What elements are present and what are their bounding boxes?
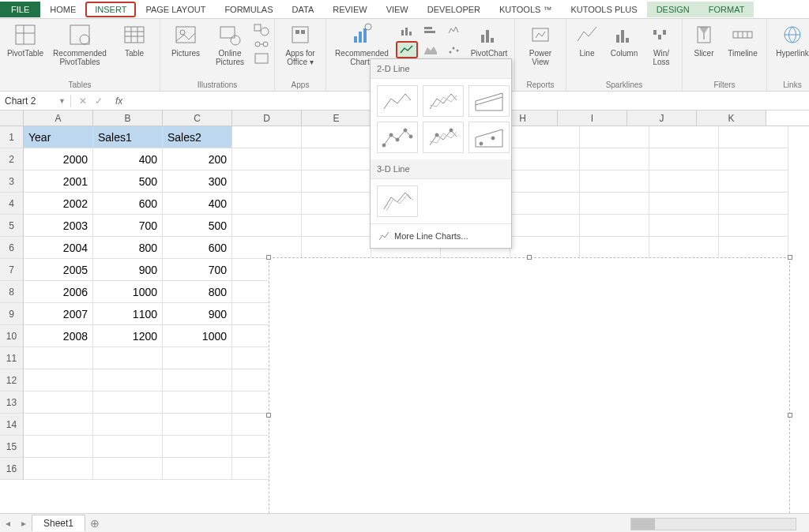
cell[interactable] (510, 126, 580, 148)
cell[interactable]: 1000 (163, 325, 232, 347)
col-header-c[interactable]: C (163, 111, 232, 126)
line-chart-option-3[interactable] (468, 85, 510, 117)
cell[interactable] (24, 414, 93, 436)
cell[interactable]: Sales2 (163, 126, 232, 148)
row-header[interactable]: 14 (0, 414, 24, 436)
cell[interactable]: 1100 (93, 303, 163, 325)
cell[interactable] (163, 436, 232, 458)
col-header-d[interactable]: D (232, 111, 302, 126)
sheet-tab-1[interactable]: Sheet1 (32, 515, 85, 531)
cell[interactable] (719, 193, 788, 215)
row-header[interactable]: 8 (0, 281, 24, 303)
cell[interactable] (510, 170, 580, 193)
row-header[interactable]: 1 (0, 126, 24, 148)
recommended-pivot-button[interactable]: Recommended PivotTables (49, 22, 111, 66)
cell[interactable] (24, 369, 93, 392)
cell[interactable]: 2008 (24, 325, 93, 347)
sparkline-column-button[interactable]: Column (606, 22, 642, 66)
cell[interactable]: 2006 (24, 281, 93, 303)
cell[interactable] (649, 237, 719, 259)
cell[interactable] (649, 215, 719, 237)
cell[interactable] (580, 126, 649, 148)
cell[interactable]: 900 (163, 303, 232, 325)
tab-review[interactable]: REVIEW (323, 2, 376, 17)
shapes-stack[interactable] (254, 22, 269, 66)
cell[interactable] (93, 369, 163, 392)
row-header[interactable]: 13 (0, 392, 24, 414)
cell[interactable] (163, 392, 232, 414)
add-sheet-button[interactable]: ⊕ (85, 517, 104, 530)
line-chart-option-4[interactable] (377, 122, 418, 153)
cell[interactable] (93, 347, 163, 369)
cell[interactable]: Sales1 (93, 126, 163, 148)
cell[interactable]: 400 (93, 148, 163, 170)
row-header[interactable]: 16 (0, 458, 24, 480)
cell[interactable] (580, 237, 649, 259)
cell[interactable]: 1200 (93, 325, 163, 347)
cell[interactable] (302, 215, 371, 237)
row-header[interactable]: 12 (0, 369, 24, 392)
bar-chart-button[interactable] (420, 22, 442, 39)
cell[interactable] (510, 237, 580, 259)
cell[interactable] (232, 126, 302, 148)
cell[interactable]: 600 (93, 193, 163, 215)
cell[interactable] (163, 458, 232, 480)
col-header-j[interactable]: J (627, 111, 697, 126)
col-header-a[interactable]: A (24, 111, 93, 126)
sheet-nav-next[interactable]: ▸ (16, 518, 32, 529)
row-header[interactable]: 5 (0, 215, 24, 237)
select-all-corner[interactable] (0, 111, 24, 126)
cell[interactable]: 800 (163, 281, 232, 303)
cell[interactable]: 2005 (24, 259, 93, 281)
cell[interactable]: 900 (93, 259, 163, 281)
cell[interactable] (24, 436, 93, 458)
row-header[interactable]: 9 (0, 303, 24, 325)
cell[interactable] (580, 170, 649, 193)
cell[interactable] (580, 215, 649, 237)
sheet-nav-prev[interactable]: ◂ (0, 518, 16, 529)
col-header-b[interactable]: B (93, 111, 163, 126)
cell[interactable] (719, 170, 788, 193)
cell[interactable] (24, 392, 93, 414)
cell[interactable]: Year (24, 126, 93, 148)
row-header[interactable]: 11 (0, 347, 24, 369)
hyperlink-button[interactable]: Hyperlink (772, 22, 809, 58)
cell[interactable] (93, 414, 163, 436)
cell[interactable] (93, 392, 163, 414)
table-button[interactable]: Table (114, 22, 155, 66)
cell[interactable] (649, 170, 719, 193)
enter-formula-icon[interactable]: ✓ (95, 96, 103, 107)
cell[interactable] (302, 126, 371, 148)
cell[interactable] (719, 215, 788, 237)
tab-kutools-plus[interactable]: KUTOOLS PLUS (561, 2, 646, 17)
col-header-e[interactable]: E (302, 111, 371, 126)
cell[interactable]: 700 (93, 215, 163, 237)
cell[interactable] (649, 126, 719, 148)
column-chart-button[interactable] (396, 22, 418, 39)
tab-view[interactable]: VIEW (377, 2, 418, 17)
cell[interactable] (163, 347, 232, 369)
cell[interactable] (163, 414, 232, 436)
col-header-k[interactable]: K (697, 111, 766, 126)
cell[interactable] (580, 148, 649, 170)
tab-kutools[interactable]: KUTOOLS ™ (490, 2, 561, 17)
line-chart-3d-option[interactable] (377, 185, 418, 217)
tab-home[interactable]: HOME (40, 2, 85, 17)
cell[interactable] (232, 148, 302, 170)
cell[interactable]: 2007 (24, 303, 93, 325)
cell[interactable] (93, 436, 163, 458)
line-chart-option-6[interactable] (468, 122, 510, 153)
apps-for-office-button[interactable]: Apps for Office ▾ (280, 22, 321, 66)
line-chart-option-1[interactable] (377, 85, 418, 117)
row-header[interactable]: 10 (0, 325, 24, 347)
pivot-table-button[interactable]: PivotTable (5, 22, 46, 66)
cell[interactable]: 600 (163, 237, 232, 259)
tab-formulas[interactable]: FORMULAS (215, 2, 282, 17)
tab-developer[interactable]: DEVELOPER (418, 2, 490, 17)
timeline-button[interactable]: Timeline (724, 22, 762, 58)
power-view-button[interactable]: Power View (520, 22, 561, 66)
tab-format[interactable]: FORMAT (699, 2, 754, 17)
tab-page-layout[interactable]: PAGE LAYOUT (136, 2, 215, 17)
cell[interactable]: 700 (163, 259, 232, 281)
line-chart-option-5[interactable] (423, 122, 464, 153)
